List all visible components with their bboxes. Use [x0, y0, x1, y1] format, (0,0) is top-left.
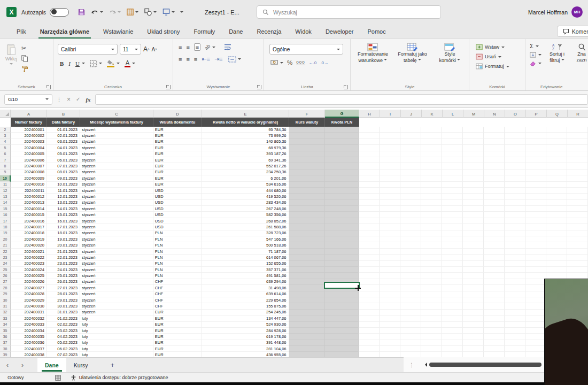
cell-empty[interactable]: [546, 230, 567, 236]
cell-empty[interactable]: [546, 151, 567, 157]
cell-empty[interactable]: [505, 206, 525, 212]
cell[interactable]: styczeń: [80, 194, 153, 199]
cell-empty[interactable]: [505, 188, 525, 194]
cell[interactable]: EUR: [153, 322, 202, 328]
borders-icon[interactable]: [90, 60, 97, 67]
cell[interactable]: 73 999,26: [202, 133, 289, 138]
cell-empty[interactable]: [463, 346, 484, 352]
table-header-cell[interactable]: Miesiąc wystawienia faktury: [80, 118, 153, 127]
cell-empty[interactable]: [380, 328, 400, 334]
ribbon-tab-dane[interactable]: Dane: [222, 24, 250, 38]
cell-empty[interactable]: [380, 224, 400, 230]
cell-empty[interactable]: [505, 182, 525, 188]
row-header-34[interactable]: 34: [0, 322, 11, 328]
align-right-icon[interactable]: ≡: [194, 56, 197, 63]
cell-empty[interactable]: [442, 206, 463, 212]
cell-empty[interactable]: [359, 182, 380, 188]
cell-empty[interactable]: [442, 310, 463, 315]
cell-empty[interactable]: [380, 230, 400, 236]
cell-empty[interactable]: [380, 273, 400, 279]
cell-empty[interactable]: [324, 255, 359, 260]
cell-empty[interactable]: [380, 322, 400, 328]
cell-empty[interactable]: [324, 194, 359, 199]
cell[interactable]: 22.01.2023: [47, 255, 80, 260]
cell-empty[interactable]: [421, 261, 442, 267]
cell-empty[interactable]: [380, 127, 400, 133]
cell-empty[interactable]: [421, 163, 442, 169]
cell-empty[interactable]: [567, 175, 588, 181]
cell-empty[interactable]: [525, 157, 546, 163]
accounting-format-icon[interactable]: [270, 59, 279, 66]
cell[interactable]: 268 852,06: [202, 218, 289, 224]
cell[interactable]: CHF: [153, 285, 202, 291]
cell-empty[interactable]: [505, 334, 525, 340]
cell-empty[interactable]: [289, 206, 325, 212]
cell-empty[interactable]: [289, 273, 325, 279]
cell-empty[interactable]: [400, 133, 421, 138]
cell-empty[interactable]: [546, 200, 567, 206]
formula-input[interactable]: [95, 94, 588, 105]
cell-empty[interactable]: [421, 212, 442, 218]
cell-empty[interactable]: [421, 224, 442, 230]
cell-empty[interactable]: [525, 170, 546, 175]
cell-empty[interactable]: [546, 236, 567, 242]
cell-empty[interactable]: [380, 352, 400, 357]
cell[interactable]: luty: [80, 315, 153, 321]
cell[interactable]: 202400015: [11, 212, 47, 218]
cell-empty[interactable]: [525, 261, 546, 267]
cell-empty[interactable]: [484, 346, 505, 352]
cell-empty[interactable]: [484, 352, 505, 357]
cell[interactable]: EUR: [153, 340, 202, 346]
cell[interactable]: USD: [153, 188, 202, 194]
cell[interactable]: 17.01.2023: [47, 224, 80, 230]
cell-empty[interactable]: [442, 352, 463, 357]
cell[interactable]: styczeń: [80, 206, 153, 212]
cell-empty[interactable]: [324, 224, 359, 230]
cell[interactable]: 20.01.2023: [47, 242, 80, 248]
comma-style-icon[interactable]: 000: [296, 60, 305, 65]
cell-empty[interactable]: [463, 224, 484, 230]
align-middle-icon[interactable]: ≡: [186, 44, 189, 50]
cell-empty[interactable]: [442, 218, 463, 224]
cell-empty[interactable]: [442, 224, 463, 230]
cell-empty[interactable]: [525, 188, 546, 194]
cell-empty[interactable]: [463, 200, 484, 206]
cell-empty[interactable]: [289, 340, 325, 346]
cell-empty[interactable]: [289, 163, 325, 169]
cell-empty[interactable]: [400, 206, 421, 212]
cell-empty[interactable]: [463, 315, 484, 321]
cell[interactable]: EUR: [153, 151, 202, 157]
cell-empty[interactable]: [484, 188, 505, 194]
align-left-icon[interactable]: ≡: [179, 56, 182, 63]
cell-empty[interactable]: [359, 279, 380, 285]
cell-empty[interactable]: [324, 249, 359, 255]
table-header-cell[interactable]: Waluta dokumentu: [153, 118, 202, 127]
cell[interactable]: 29.01.2023: [47, 297, 80, 303]
row-header-22[interactable]: 22: [0, 249, 11, 255]
cell-empty[interactable]: [324, 328, 359, 334]
cell-empty[interactable]: [442, 322, 463, 328]
cell-empty[interactable]: [442, 157, 463, 163]
cell[interactable]: 134 447,06: [202, 315, 289, 321]
cell[interactable]: 08.01.2023: [47, 170, 80, 175]
column-header-P[interactable]: P: [526, 110, 547, 118]
cell[interactable]: 14.01.2023: [47, 206, 80, 212]
cell-empty[interactable]: [525, 151, 546, 157]
cell-empty[interactable]: [484, 242, 505, 248]
cell-empty[interactable]: [359, 133, 380, 138]
cell[interactable]: 13.01.2023: [47, 200, 80, 206]
column-header-B[interactable]: B: [47, 110, 80, 118]
cell[interactable]: 391 448,06: [202, 340, 289, 346]
cell-empty[interactable]: [525, 310, 546, 315]
cell-empty[interactable]: [484, 230, 505, 236]
cell-empty[interactable]: [442, 303, 463, 309]
cell[interactable]: 491 581,06: [202, 273, 289, 279]
table-header-cell[interactable]: Kwota PLN: [325, 118, 359, 127]
cell-empty[interactable]: [421, 200, 442, 206]
column-header-N[interactable]: N: [484, 110, 505, 118]
cell[interactable]: styczeń: [80, 249, 153, 255]
cell-empty[interactable]: [324, 206, 359, 212]
ribbon-tab-narz-dzia-g-wne[interactable]: Narzędzia główne: [33, 24, 96, 38]
cell[interactable]: 202400023: [11, 261, 47, 267]
cell-empty[interactable]: [463, 163, 484, 169]
